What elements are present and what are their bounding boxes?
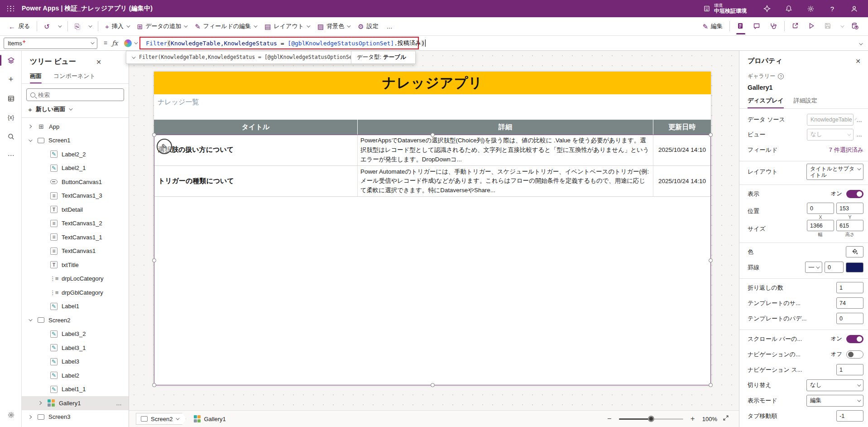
resize-handle-bottom-left[interactable]: [152, 383, 156, 387]
new-screen-button[interactable]: + 新しい画面: [22, 101, 129, 118]
design-canvas[interactable]: ナレッジアプリ ナレッジ一覧 タイトル 詳細 更新日時 選択肢の扱い方について …: [129, 51, 739, 410]
more-rail-icon[interactable]: ⋯: [0, 146, 22, 165]
variables-rail-icon[interactable]: {x}: [0, 108, 22, 127]
settings-button[interactable]: ⚙設定: [354, 19, 382, 33]
account-avatar[interactable]: [844, 0, 863, 17]
tree-item-textcanvas1[interactable]: ≡TextCanvas1: [22, 244, 129, 258]
chevron-down-icon[interactable]: [132, 55, 135, 58]
environment-picker[interactable]: 環境 中垣検証環境: [695, 0, 755, 17]
fit-to-window-icon[interactable]: [723, 415, 729, 423]
settings-gear-icon[interactable]: [801, 0, 820, 17]
transition-dropdown[interactable]: なし: [806, 379, 863, 391]
tree-search-box[interactable]: [26, 88, 124, 101]
tree-item-textcanvas1-2[interactable]: ≡TextCanvas1_2: [22, 217, 129, 231]
edit-fields-button[interactable]: ✎フィールドの編集: [191, 19, 260, 33]
tree-item-label1-1[interactable]: ✎Label1_1: [22, 383, 129, 397]
display-mode-dropdown[interactable]: 編集: [806, 395, 863, 407]
preview-play-button[interactable]: [804, 19, 820, 33]
tab-components[interactable]: コンポーネント: [53, 70, 96, 83]
tab-order-input[interactable]: [836, 410, 863, 422]
search-rail-icon[interactable]: [0, 127, 22, 146]
close-icon[interactable]: ✕: [855, 58, 861, 65]
data-source-more-button[interactable]: …: [855, 116, 863, 123]
template-padding-input[interactable]: [836, 313, 863, 324]
undo-button[interactable]: ↺: [40, 19, 54, 33]
navigation-toggle[interactable]: [846, 350, 863, 359]
property-selector-dropdown[interactable]: Items +: [4, 38, 97, 49]
gallery-edit-pencil-icon[interactable]: ✎: [157, 139, 172, 154]
tree-item-txttitle[interactable]: TtxtTitle: [22, 258, 129, 272]
copilot-icon[interactable]: [758, 0, 777, 17]
comments-button[interactable]: [749, 19, 765, 33]
tree-item-screen2[interactable]: Screen2: [22, 313, 129, 327]
tree-item-screen1[interactable]: Screen1: [22, 134, 129, 148]
undo-menu-button[interactable]: [54, 19, 65, 33]
data-source-dropdown[interactable]: KnowledgeTable: [807, 114, 854, 126]
fields-selected-link[interactable]: 7 件選択済み: [829, 146, 863, 154]
edit-mode-button[interactable]: ✎編集: [698, 19, 727, 33]
tree-item-label2[interactable]: ✎Label2: [22, 369, 129, 383]
search-input[interactable]: [38, 92, 120, 98]
chevron-right-icon[interactable]: [28, 125, 32, 128]
tab-display[interactable]: ディスプレイ: [748, 96, 784, 108]
tree-view-rail-icon[interactable]: [0, 51, 22, 70]
tree-item-label3-1[interactable]: ✎Label3_1: [22, 341, 129, 355]
view-more-button[interactable]: …: [855, 131, 863, 138]
background-color-button[interactable]: ▨背景色: [313, 19, 354, 33]
formula-input[interactable]: Filter(KnowledgeTable,KnowledgeStatus = …: [137, 36, 859, 51]
save-menu-button[interactable]: [836, 19, 847, 33]
tree-item-textcanvas1-3[interactable]: ≡TextCanvas1_3: [22, 189, 129, 203]
zoom-out-button[interactable]: −: [605, 415, 614, 423]
paste-button[interactable]: ⎘: [71, 19, 84, 33]
paste-menu-button[interactable]: [84, 19, 95, 33]
wrap-count-input[interactable]: [836, 282, 863, 293]
resize-handle-bottom-right[interactable]: [709, 383, 713, 387]
tree-item-label3-2[interactable]: ✎Label3_2: [22, 327, 129, 341]
tree-item-buttoncanvas1[interactable]: ButtonCanvas1: [22, 175, 129, 189]
close-icon[interactable]: ✕: [96, 58, 101, 66]
resize-handle-left[interactable]: [152, 258, 156, 262]
navigation-step-input[interactable]: [836, 364, 863, 375]
app-launcher-icon[interactable]: [0, 0, 22, 17]
chevron-down-icon[interactable]: [29, 138, 32, 141]
zoom-slider-thumb[interactable]: [648, 416, 654, 422]
size-width-input[interactable]: [807, 220, 834, 231]
tree-item-drploccategory[interactable]: ⋮≡drpLocCategory: [22, 272, 129, 286]
help-icon[interactable]: ?: [823, 0, 842, 17]
save-button[interactable]: [820, 19, 836, 33]
app-header-label[interactable]: ナレッジアプリ: [154, 72, 711, 94]
tab-screens[interactable]: 画面: [30, 70, 42, 83]
toolbar-overflow-button[interactable]: …: [383, 19, 397, 33]
knowledge-list-label[interactable]: ナレッジ一覧: [158, 98, 199, 107]
border-color-swatch[interactable]: [846, 262, 863, 272]
app-screen-preview[interactable]: ナレッジアプリ ナレッジ一覧 タイトル 詳細 更新日時 選択肢の扱い方について …: [154, 72, 711, 385]
copilot-formula-button[interactable]: [124, 39, 137, 47]
view-dropdown[interactable]: なし: [807, 129, 854, 141]
template-size-input[interactable]: [836, 297, 863, 309]
resize-handle-top-left[interactable]: [152, 133, 156, 137]
chevron-right-icon[interactable]: [28, 415, 32, 419]
properties-pane-toggle-button[interactable]: [733, 19, 749, 33]
position-y-input[interactable]: [836, 203, 863, 214]
tree-item-textcanvas1-1[interactable]: ≡TextCanvas1_1: [22, 230, 129, 244]
tree-item-label1[interactable]: ✎Label1: [22, 300, 129, 314]
tree-item-screen3[interactable]: Screen3: [22, 410, 129, 424]
border-style-dropdown[interactable]: [805, 262, 822, 273]
resize-handle-top-right[interactable]: [709, 133, 713, 137]
help-icon[interactable]: ?: [778, 73, 784, 79]
tree-item-app[interactable]: ⊞App: [22, 120, 129, 134]
gallery-row-1[interactable]: 選択肢の扱い方について PowerAppsでDataverseの選択肢型(Cho…: [154, 135, 711, 166]
app-checker-button[interactable]: [765, 19, 782, 33]
tree-item-txtdetail[interactable]: TtxtDetail: [22, 203, 129, 217]
resize-handle-top-center[interactable]: [431, 133, 435, 137]
control-breadcrumb[interactable]: Gallery1: [193, 415, 225, 422]
formula-bar-expand-button[interactable]: [859, 39, 862, 47]
tree-item-gallery1[interactable]: Gallery1…: [22, 396, 129, 410]
visible-toggle[interactable]: [846, 190, 863, 198]
publish-button[interactable]: [847, 19, 863, 33]
notifications-bell-icon[interactable]: [779, 0, 798, 17]
position-x-input[interactable]: [807, 203, 834, 214]
color-picker-button[interactable]: [846, 246, 863, 257]
chevron-down-icon[interactable]: [29, 318, 32, 321]
back-button[interactable]: ←戻る: [5, 19, 34, 33]
